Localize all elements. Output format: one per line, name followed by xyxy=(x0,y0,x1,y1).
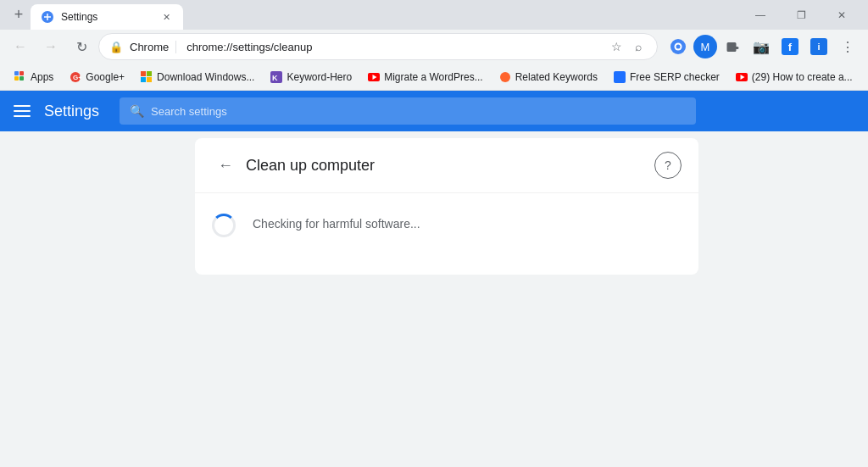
back-button[interactable]: ← xyxy=(212,152,239,179)
address-bar-icons: ☆ ⌕ xyxy=(608,38,647,55)
cleanup-content: Checking for harmful software... xyxy=(195,193,698,275)
bookmark-yt-create-label: (29) How to create a... xyxy=(752,71,853,83)
search-icon[interactable]: ⌕ xyxy=(630,38,647,55)
main-content: ← Clean up computer ? Checking for harmf… xyxy=(195,131,698,467)
titlebar: + Settings ✕ — ❐ ✕ xyxy=(0,0,868,30)
address-bar[interactable]: 🔒 Chrome chrome://settings/cleanup ☆ ⌕ xyxy=(98,33,658,60)
bookmark-windows[interactable]: Download Windows... xyxy=(133,68,261,86)
page-title: Clean up computer xyxy=(246,157,654,175)
tab-favicon xyxy=(41,10,54,24)
spinner-container xyxy=(212,214,239,241)
checking-text: Checking for harmful software... xyxy=(253,217,420,231)
star-icon[interactable]: ☆ xyxy=(608,38,625,55)
settings-main: ← Clean up computer ? Checking for harmf… xyxy=(0,131,868,467)
moz-favicon xyxy=(613,70,626,84)
bookmark-windows-label: Download Windows... xyxy=(157,71,254,83)
svg-text:K: K xyxy=(272,74,278,82)
menu-button[interactable]: ⋮ xyxy=(834,33,861,60)
tab-title: Settings xyxy=(61,11,153,23)
extensions-icon[interactable] xyxy=(719,33,746,60)
forward-button[interactable]: → xyxy=(37,33,64,60)
hamburger-line-2 xyxy=(14,110,31,112)
yt-favicon-1 xyxy=(367,70,381,84)
titlebar-left: + xyxy=(7,3,31,27)
svg-rect-3 xyxy=(19,71,24,75)
bookmark-apps[interactable]: Apps xyxy=(7,68,60,86)
loading-spinner xyxy=(212,214,236,237)
search-placeholder: Search settings xyxy=(151,105,227,118)
window-controls: — ❐ ✕ xyxy=(741,0,861,30)
apps-favicon xyxy=(14,70,27,84)
bookmark-apps-label: Apps xyxy=(31,71,53,83)
svg-rect-11 xyxy=(614,71,626,83)
google-apps-icon[interactable] xyxy=(665,33,692,60)
page-header: ← Clean up computer ? xyxy=(195,138,698,193)
hamburger-button[interactable] xyxy=(14,105,31,117)
svg-point-10 xyxy=(500,72,510,82)
settings-layout: Settings 🔍 Search settings ← Clean up co… xyxy=(0,91,868,467)
new-tab-button[interactable]: + xyxy=(7,3,31,27)
windows-favicon xyxy=(140,70,153,84)
google-favicon: G+ xyxy=(69,70,82,84)
settings-title: Settings xyxy=(44,103,99,120)
help-button[interactable]: ? xyxy=(654,152,682,179)
svg-rect-4 xyxy=(14,76,19,81)
bookmark-serp-label: Free SERP checker xyxy=(630,71,720,83)
bookmark-free-serp[interactable]: Free SERP checker xyxy=(606,68,726,86)
settings-panel: Settings 🔍 Search settings ← Clean up co… xyxy=(0,91,868,467)
cleanup-card: ← Clean up computer ? Checking for harmf… xyxy=(195,138,698,275)
sidebar-space xyxy=(0,131,195,467)
settings-header: Settings 🔍 Search settings xyxy=(0,91,868,131)
search-icon: 🔍 xyxy=(130,104,144,118)
kw-favicon: K xyxy=(270,70,283,84)
navbar: ← → ↻ 🔒 Chrome chrome://settings/cleanup… xyxy=(0,30,868,64)
close-button[interactable]: ✕ xyxy=(822,0,861,30)
semrush-favicon xyxy=(498,70,512,84)
right-space xyxy=(698,131,868,467)
facebook-icon[interactable]: f xyxy=(776,33,804,60)
bookmark-keyword-hero[interactable]: K Keyword-Hero xyxy=(263,68,359,86)
maximize-button[interactable]: ❐ xyxy=(782,0,821,30)
bookmark-related-label: Related Keywords xyxy=(515,71,598,83)
bookmark-kw-label: Keyword-Hero xyxy=(287,71,352,83)
tab-close-button[interactable]: ✕ xyxy=(159,10,173,24)
back-button[interactable]: ← xyxy=(7,33,34,60)
content-area: ← Clean up computer ? Checking for harmf… xyxy=(0,131,868,467)
bookmark-google-label: Google+ xyxy=(86,71,125,83)
bookmark-hang-ups[interactable]: Hang Ups (Want Yo... xyxy=(861,68,868,86)
lock-icon: 🔒 xyxy=(109,41,123,53)
bookmark-related-keywords[interactable]: Related Keywords xyxy=(492,68,604,86)
yt-favicon-2 xyxy=(735,70,748,84)
hamburger-line-3 xyxy=(14,115,31,117)
hamburger-line-1 xyxy=(14,105,31,107)
active-tab[interactable]: Settings ✕ xyxy=(31,4,183,30)
site-label: Chrome xyxy=(130,41,176,53)
bookmark-migrate[interactable]: Migrate a WordPres... xyxy=(360,68,489,86)
search-bar[interactable]: 🔍 Search settings xyxy=(120,97,696,125)
bookmark-google[interactable]: G+ Google+ xyxy=(62,68,131,86)
minimize-button[interactable]: — xyxy=(741,0,780,30)
svg-rect-2 xyxy=(14,71,19,75)
bookmark-migrate-label: Migrate a WordPres... xyxy=(384,71,482,83)
bookmarks-bar: Apps G+ Google+ Download Windows... K Ke… xyxy=(0,64,868,91)
tab-group: Settings ✕ xyxy=(31,0,741,30)
svg-rect-5 xyxy=(19,76,24,81)
svg-text:G+: G+ xyxy=(73,74,81,81)
camera-icon[interactable]: 📷 xyxy=(748,33,775,60)
url-text: chrome://settings/cleanup xyxy=(186,41,601,53)
bookmark-yt-create[interactable]: (29) How to create a... xyxy=(728,68,860,86)
reload-button[interactable]: ↻ xyxy=(68,33,95,60)
profile-avatar[interactable]: M xyxy=(693,35,717,58)
toolbar-icons: M 📷 f i ⋮ xyxy=(665,33,861,60)
info-icon[interactable]: i xyxy=(805,33,832,60)
